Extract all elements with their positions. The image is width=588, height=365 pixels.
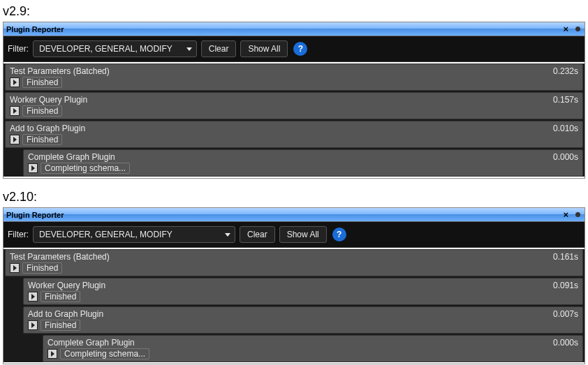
titlebar: Plugin Reporter × bbox=[3, 22, 585, 36]
close-icon[interactable]: × bbox=[560, 24, 571, 34]
plugin-reporter-panel-29: Plugin Reporter × Filter: DEVELOPER, GEN… bbox=[3, 22, 585, 179]
help-icon[interactable]: ? bbox=[293, 42, 307, 56]
report-row: Worker Query Plugin 0.091s Finished bbox=[23, 278, 583, 305]
plugin-status: Finished bbox=[41, 320, 80, 331]
plugin-time: 0.000s bbox=[553, 338, 578, 348]
report-body: Test Parameters (Batched) 0.232s Finishe… bbox=[3, 64, 585, 177]
toolbar: Filter: DEVELOPER, GENERAL, MODIFY Clear… bbox=[3, 36, 585, 62]
chevron-right-icon bbox=[51, 351, 54, 357]
report-row: Complete Graph Plugin 0.000s Completing … bbox=[43, 335, 583, 362]
chevron-down-icon bbox=[186, 47, 192, 51]
version-heading-29: v2.9: bbox=[0, 0, 588, 22]
report-row: Add to Graph Plugin 0.007s Finished bbox=[23, 306, 583, 334]
plugin-name: Worker Query Plugin bbox=[10, 95, 553, 105]
expand-button[interactable] bbox=[47, 349, 57, 359]
expand-button[interactable] bbox=[28, 292, 38, 301]
chevron-down-icon bbox=[225, 233, 230, 237]
chevron-right-icon bbox=[31, 294, 35, 299]
chevron-right-icon bbox=[31, 322, 35, 328]
plugin-time: 0.091s bbox=[553, 281, 578, 290]
expand-button[interactable] bbox=[28, 163, 38, 173]
report-row: Worker Query Plugin 0.157s Finished bbox=[5, 92, 583, 119]
plugin-name: Complete Graph Plugin bbox=[28, 152, 553, 162]
toolbar: Filter: DEVELOPER, GENERAL, MODIFY Clear… bbox=[3, 222, 585, 248]
filter-dropdown[interactable]: DEVELOPER, GENERAL, MODIFY bbox=[33, 226, 235, 243]
filter-value: DEVELOPER, GENERAL, MODIFY bbox=[39, 44, 172, 54]
plugin-time: 0.232s bbox=[553, 66, 578, 76]
filter-value: DEVELOPER, GENERAL, MODIFY bbox=[39, 230, 172, 239]
panel-title: Plugin Reporter bbox=[6, 211, 560, 219]
clear-button[interactable]: Clear bbox=[240, 226, 275, 243]
plugin-name: Complete Graph Plugin bbox=[47, 338, 553, 348]
chevron-right-icon bbox=[13, 80, 17, 85]
report-row: Test Parameters (Batched) 0.232s Finishe… bbox=[5, 64, 583, 91]
plugin-time: 0.000s bbox=[553, 152, 578, 162]
menu-dot-icon[interactable] bbox=[575, 27, 580, 31]
plugin-name: Worker Query Plugin bbox=[28, 281, 553, 290]
chevron-right-icon bbox=[13, 108, 17, 114]
plugin-reporter-panel-210: Plugin Reporter × Filter: DEVELOPER, GEN… bbox=[3, 207, 585, 364]
chevron-right-icon bbox=[13, 137, 17, 142]
expand-button[interactable] bbox=[28, 320, 38, 330]
version-heading-210: v2.10: bbox=[0, 186, 588, 207]
filter-label: Filter: bbox=[8, 230, 29, 239]
report-body: Test Parameters (Batched) 0.161s Finishe… bbox=[3, 249, 585, 362]
plugin-name: Add to Graph Plugin bbox=[10, 124, 553, 133]
titlebar: Plugin Reporter × bbox=[3, 208, 585, 222]
chevron-right-icon bbox=[31, 165, 35, 171]
plugin-status: Finished bbox=[22, 262, 62, 274]
plugin-status: Finished bbox=[41, 291, 80, 302]
expand-button[interactable] bbox=[10, 77, 20, 87]
plugin-status: Completing schema... bbox=[41, 163, 130, 174]
plugin-name: Add to Graph Plugin bbox=[28, 309, 553, 319]
plugin-status: Finished bbox=[22, 134, 62, 145]
expand-button[interactable] bbox=[10, 135, 20, 144]
plugin-time: 0.157s bbox=[553, 95, 578, 105]
plugin-time: 0.007s bbox=[553, 309, 578, 319]
report-row: Complete Graph Plugin 0.000s Completing … bbox=[23, 149, 583, 177]
filter-dropdown[interactable]: DEVELOPER, GENERAL, MODIFY bbox=[33, 40, 197, 57]
plugin-time: 0.010s bbox=[553, 124, 578, 133]
plugin-status: Finished bbox=[22, 77, 62, 88]
plugin-time: 0.161s bbox=[553, 252, 578, 262]
plugin-name: Test Parameters (Batched) bbox=[10, 66, 553, 76]
plugin-status: Finished bbox=[22, 105, 62, 117]
show-all-button[interactable]: Show All bbox=[240, 40, 288, 57]
report-row: Add to Graph Plugin 0.010s Finished bbox=[5, 121, 583, 148]
plugin-name: Test Parameters (Batched) bbox=[10, 252, 553, 262]
filter-label: Filter: bbox=[8, 44, 29, 54]
panel-title: Plugin Reporter bbox=[6, 25, 560, 33]
menu-dot-icon[interactable] bbox=[575, 212, 580, 217]
help-icon[interactable]: ? bbox=[332, 228, 346, 241]
clear-button[interactable]: Clear bbox=[201, 40, 237, 57]
close-icon[interactable]: × bbox=[560, 209, 571, 220]
chevron-right-icon bbox=[13, 265, 17, 271]
expand-button[interactable] bbox=[10, 106, 20, 116]
show-all-button[interactable]: Show All bbox=[279, 226, 327, 243]
report-row: Test Parameters (Batched) 0.161s Finishe… bbox=[5, 249, 583, 276]
expand-button[interactable] bbox=[10, 263, 20, 273]
plugin-status: Completing schema... bbox=[60, 348, 149, 359]
